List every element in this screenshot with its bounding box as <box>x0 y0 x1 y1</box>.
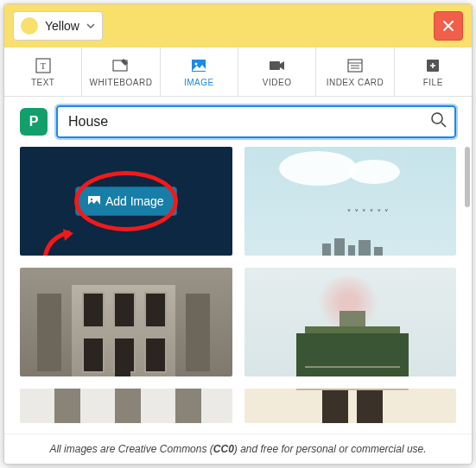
close-icon <box>442 20 454 32</box>
footer-license: CC0 <box>213 443 234 455</box>
image-result[interactable] <box>244 389 457 423</box>
provider-letter: P <box>29 114 39 130</box>
scrollbar[interactable] <box>465 147 470 207</box>
tab-label: WHITEBOARD <box>90 78 153 87</box>
tab-label: INDEX CARD <box>327 78 384 87</box>
image-result[interactable]: Add Image <box>20 147 232 256</box>
tab-image[interactable]: IMAGE <box>161 47 238 96</box>
tab-whiteboard[interactable]: WHITEBOARD <box>82 47 160 96</box>
svg-point-11 <box>432 113 442 123</box>
search-bar: P <box>4 97 472 147</box>
tab-text[interactable]: T TEXT <box>4 47 82 96</box>
close-button[interactable] <box>434 11 463 41</box>
tab-label: TEXT <box>31 78 55 87</box>
svg-rect-5 <box>270 61 280 70</box>
add-image-label: Add Image <box>105 194 164 208</box>
tab-bar: T TEXT WHITEBOARD IMAGE VIDEO I <box>4 47 472 97</box>
image-icon <box>88 195 100 207</box>
chevron-down-icon <box>86 22 95 30</box>
svg-text:T: T <box>40 60 46 71</box>
image-icon <box>190 57 207 74</box>
image-result[interactable] <box>20 389 232 423</box>
search-icon[interactable] <box>430 111 447 132</box>
color-selector[interactable]: Yellow <box>13 11 103 41</box>
footer-note: All images are Creative Commons (CC0) an… <box>4 433 472 464</box>
add-image-button[interactable]: Add Image <box>75 187 177 216</box>
image-result[interactable] <box>244 268 457 376</box>
provider-badge[interactable]: P <box>20 108 48 136</box>
text-icon: T <box>35 57 52 74</box>
video-icon <box>269 57 286 74</box>
search-input[interactable] <box>56 105 456 138</box>
svg-point-14 <box>91 199 92 200</box>
tab-label: FILE <box>423 78 443 87</box>
tab-index-card[interactable]: INDEX CARD <box>316 47 394 96</box>
footer-suffix: ) and free for personal or commercial us… <box>234 443 427 455</box>
image-result[interactable]: v v v v v v <box>244 147 457 256</box>
color-label: Yellow <box>45 19 79 33</box>
tab-label: IMAGE <box>184 78 214 87</box>
color-swatch-icon <box>21 17 38 35</box>
index-card-icon <box>346 57 364 74</box>
image-result[interactable] <box>20 268 232 376</box>
results-panel: Add Image v v v v v v <box>4 147 472 433</box>
whiteboard-icon <box>112 57 130 74</box>
annotation-arrow-icon <box>37 229 80 256</box>
file-icon <box>424 57 441 74</box>
tab-video[interactable]: VIDEO <box>238 47 316 96</box>
svg-line-12 <box>441 123 446 127</box>
tab-label: VIDEO <box>263 78 292 87</box>
svg-point-4 <box>195 62 198 65</box>
footer-prefix: All images are Creative Commons ( <box>49 443 213 455</box>
header-bar: Yellow <box>4 4 472 47</box>
tab-file[interactable]: FILE <box>395 47 472 96</box>
